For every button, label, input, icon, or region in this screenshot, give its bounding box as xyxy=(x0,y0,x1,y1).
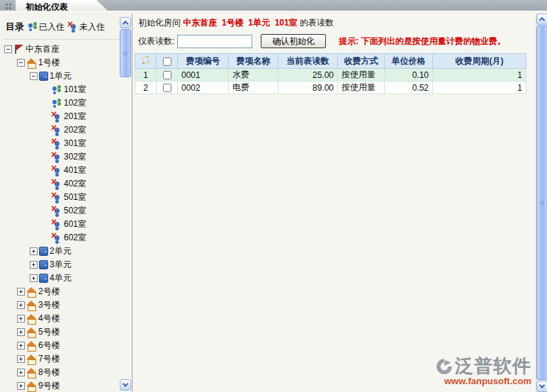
tree-item[interactable]: 2单元 xyxy=(3,245,132,258)
reading-input[interactable] xyxy=(177,35,252,48)
tree-item-label: 401室 xyxy=(64,164,86,177)
tree-item[interactable]: 3单元 xyxy=(3,258,132,271)
scroll-up-icon[interactable] xyxy=(120,17,131,28)
expander-icon[interactable] xyxy=(43,140,50,147)
tree-item[interactable]: 302室 xyxy=(3,150,132,164)
sidebar-scrollbar[interactable] xyxy=(120,17,131,391)
tree-item[interactable]: 601室 xyxy=(3,218,132,231)
select-all-checkbox[interactable] xyxy=(163,57,171,66)
tree-item[interactable]: 202室 xyxy=(3,123,132,137)
tree-item[interactable]: 8号楼 xyxy=(3,366,132,379)
tree-item[interactable]: 9号楼 xyxy=(3,379,132,392)
scroll-down-icon[interactable] xyxy=(536,381,547,392)
tree-item[interactable]: 3号楼 xyxy=(3,298,132,312)
expander-icon[interactable] xyxy=(17,355,25,363)
tree-item[interactable]: 602室 xyxy=(3,231,132,245)
tree-node-icon xyxy=(39,247,48,256)
tree-item[interactable]: 402室 xyxy=(3,177,132,191)
tree-node-icon xyxy=(26,58,37,68)
row-checkbox-cell xyxy=(157,82,178,94)
tree-item[interactable]: 4号楼 xyxy=(3,312,132,325)
expander-icon[interactable] xyxy=(17,301,25,309)
tree-item-label: 301室 xyxy=(64,138,86,150)
tree-item[interactable]: 102室 xyxy=(3,96,132,110)
tree-item[interactable]: 501室 xyxy=(3,191,132,204)
drag-grip-icon[interactable] xyxy=(6,4,8,6)
cell-method: 按使用量 xyxy=(338,69,385,82)
tree-node-icon xyxy=(52,99,62,108)
tree-item-label: 中东首座 xyxy=(26,43,60,55)
tree-item[interactable]: 301室 xyxy=(3,137,132,150)
tree-node-icon xyxy=(39,274,48,283)
refresh-icon[interactable] xyxy=(141,55,150,65)
tree-item-label: 601室 xyxy=(64,218,86,230)
tree-item[interactable]: 5号楼 xyxy=(3,325,132,339)
expander-icon[interactable] xyxy=(43,167,50,174)
tree-item-label: 1单元 xyxy=(50,70,72,82)
expander-icon[interactable] xyxy=(43,207,50,215)
scroll-down-icon[interactable] xyxy=(120,379,131,391)
cell-name: 电费 xyxy=(229,82,278,94)
expander-icon[interactable] xyxy=(17,315,25,323)
tab-initialize-meter[interactable]: 初始化仪表 xyxy=(16,0,108,11)
col-header-method[interactable]: 收费方式 xyxy=(338,54,385,69)
scroll-up-icon[interactable] xyxy=(536,13,547,25)
expander-icon[interactable] xyxy=(30,261,38,269)
row-checkbox[interactable] xyxy=(163,71,171,79)
sidebar-scrollbar-thumb[interactable] xyxy=(120,29,131,77)
tree-item[interactable]: 1号楼 xyxy=(3,56,132,69)
tree-item[interactable]: 6号楼 xyxy=(3,339,132,352)
col-header-number[interactable]: 费项编号 xyxy=(178,54,229,69)
expander-icon[interactable] xyxy=(43,126,50,134)
tree-item-label: 202室 xyxy=(64,124,86,136)
tab-label: 初始化仪表 xyxy=(26,2,68,12)
expander-icon[interactable] xyxy=(43,113,50,121)
cell-number: 0001 xyxy=(178,69,229,82)
expander-icon[interactable] xyxy=(17,59,25,67)
tree-item[interactable]: 1单元 xyxy=(3,69,132,83)
tree-item[interactable]: 中东首座 xyxy=(3,43,132,56)
select-all-cell xyxy=(157,54,178,69)
expander-icon[interactable] xyxy=(43,99,50,107)
expander-icon[interactable] xyxy=(43,194,50,201)
tree-node-icon xyxy=(52,193,62,203)
expander-icon[interactable] xyxy=(43,153,50,161)
expander-icon[interactable] xyxy=(17,369,25,376)
expander-icon[interactable] xyxy=(4,45,12,53)
expander-icon[interactable] xyxy=(30,72,38,80)
expander-icon[interactable] xyxy=(17,382,25,390)
tree-item[interactable]: 2号楼 xyxy=(3,285,132,298)
confirm-initialize-button[interactable]: 确认初始化 xyxy=(261,34,326,48)
col-header-reading[interactable]: 当前表读数 xyxy=(278,54,338,69)
col-header-cycle[interactable]: 收费周期(月) xyxy=(433,54,526,69)
tree-item-label: 5号楼 xyxy=(38,326,60,338)
main-scrollbar-thumb[interactable] xyxy=(536,26,547,380)
col-header-price[interactable]: 单位价格 xyxy=(385,54,433,69)
expander-icon[interactable] xyxy=(43,180,50,188)
tree-item[interactable]: 401室 xyxy=(3,164,132,177)
expander-icon[interactable] xyxy=(17,288,25,296)
expander-icon[interactable] xyxy=(43,220,50,228)
cell-price: 0.10 xyxy=(385,69,433,82)
tree-item[interactable]: 201室 xyxy=(3,110,132,123)
expander-icon[interactable] xyxy=(17,328,25,336)
expander-icon[interactable] xyxy=(30,274,38,282)
expander-icon[interactable] xyxy=(30,247,38,255)
col-header-name[interactable]: 费项名称 xyxy=(229,54,278,69)
tree-item[interactable]: 7号楼 xyxy=(3,352,132,366)
tree-item-label: 2单元 xyxy=(50,245,72,257)
refresh-header-cell[interactable] xyxy=(135,54,157,69)
cell-reading: 89.00 xyxy=(278,82,338,94)
row-checkbox[interactable] xyxy=(163,84,171,92)
expander-icon[interactable] xyxy=(17,342,25,349)
vacant-icon xyxy=(68,22,79,32)
tree-item[interactable]: 101室 xyxy=(3,83,132,96)
main-scrollbar[interactable] xyxy=(536,13,547,392)
tree-item-label: 7号楼 xyxy=(38,353,60,365)
fee-table-row[interactable]: 2 0002 电费 89.00 按使用量 0.52 1 xyxy=(135,82,526,94)
fee-table-row[interactable]: 1 0001 水费 25.00 按使用量 0.10 1 xyxy=(135,69,526,82)
tree-item[interactable]: 4单元 xyxy=(3,271,132,285)
expander-icon[interactable] xyxy=(43,86,50,94)
expander-icon[interactable] xyxy=(43,234,50,242)
tree-item[interactable]: 502室 xyxy=(3,204,132,218)
